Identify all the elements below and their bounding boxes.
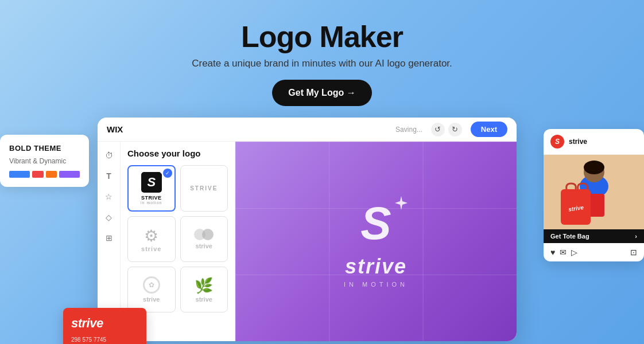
bold-theme-card: BOLD THEME Vibrant & Dynamic (0, 135, 89, 187)
get-tote-arrow: › (635, 233, 637, 240)
sidebar-shape-icon[interactable]: ◇ (101, 209, 117, 225)
logo-option-4-name: strive (196, 243, 212, 249)
logo-option-3[interactable]: ⚙ strive (127, 216, 176, 262)
get-tote-bar[interactable]: Get Tote Bag › (544, 229, 644, 243)
get-tote-label: Get Tote Bag (550, 233, 589, 240)
logo-option-2-text: STRIVE (190, 185, 218, 191)
undo-button[interactable]: ↺ (431, 123, 445, 136)
color-swatches (9, 171, 80, 178)
redo-button[interactable]: ↻ (448, 123, 462, 136)
comment-icon[interactable]: ✉ (560, 248, 567, 257)
social-handle: strive (569, 138, 587, 146)
swatch-purple[interactable] (59, 171, 80, 178)
canvas-s-letter: S (360, 197, 391, 250)
swatch-blue[interactable] (9, 171, 30, 178)
hero-section: Logo Maker Create a unique brand in minu… (0, 0, 644, 118)
logo-option-4[interactable]: strive (180, 216, 228, 262)
sidebar-star-icon[interactable]: ☆ (101, 189, 117, 205)
canvas-content: S strive in motion (344, 195, 408, 288)
social-card-header: S strive (544, 129, 644, 155)
editor-body: ⏱ T ☆ ◇ ⊞ Choose your logo ✓ S ✦ (98, 142, 517, 341)
social-media-card: S strive strive (544, 129, 644, 261)
canvas-star-svg (393, 195, 409, 211)
editor-topbar: WIX Saving... ↺ ↻ Next (98, 118, 517, 142)
social-logo-icon: S (550, 135, 564, 148)
logo-option-5[interactable]: ✿ strive (127, 267, 176, 312)
round-logo-icon: ✿ (143, 276, 160, 294)
selected-check: ✓ (163, 169, 172, 178)
hero-subtitle: Create a unique brand in minutes with ou… (0, 58, 644, 69)
canvas-tagline: in motion (344, 281, 408, 288)
logo-option-2[interactable]: STRIVE (180, 165, 228, 212)
logo-option-6-name: strive (196, 296, 212, 303)
editor-brand: WIX (107, 124, 123, 134)
canvas-logo: S (347, 195, 405, 252)
get-my-logo-button[interactable]: Get My Logo → (272, 80, 371, 106)
bookmark-icon[interactable]: ⊡ (630, 248, 637, 257)
editor-saving-status: Saving... (395, 126, 422, 134)
logo-option-3-name: strive (141, 245, 161, 252)
hero-header: Logo Maker Create a unique brand in minu… (0, 0, 644, 118)
business-card-logo: strive (71, 316, 138, 331)
gear-logo-icon: ⚙ (144, 226, 158, 245)
logo-star-icon: ✦ (160, 170, 164, 175)
sidebar-grid-icon[interactable]: ⊞ (101, 230, 117, 246)
logo-option-1[interactable]: ✓ S ✦ STRIVE in motion (127, 165, 176, 212)
logo-option-5-name: strive (143, 296, 160, 303)
swatch-red[interactable] (32, 171, 44, 178)
circle-logo (194, 229, 214, 240)
business-card: strive 298 575 7745 @Strive_motion (63, 308, 146, 344)
action-icons: ♥ ✉ ▷ (550, 248, 577, 257)
bold-theme-description: Vibrant & Dynamic (9, 157, 80, 165)
logo-options-grid: ✓ S ✦ STRIVE in motion (127, 165, 228, 312)
swatch-orange[interactable] (46, 171, 57, 178)
share-icon[interactable]: ▷ (571, 248, 577, 257)
bold-theme-label: BOLD THEME (9, 144, 80, 153)
social-image: strive (544, 155, 644, 229)
canvas-brand-name: strive (345, 255, 407, 279)
next-button[interactable]: Next (471, 122, 507, 137)
sidebar-text-icon[interactable]: T (101, 168, 117, 184)
panel-title: Choose your logo (127, 148, 228, 158)
heart-icon[interactable]: ♥ (550, 248, 555, 257)
editor-canvas: S strive in motion (235, 142, 517, 341)
logo-option-6[interactable]: 🌿 strive (180, 267, 228, 312)
editor-window: WIX Saving... ↺ ↻ Next ⏱ T ☆ ◇ ⊞ Choose … (98, 118, 517, 341)
logo-option-1-tagline: in motion (141, 201, 162, 205)
social-actions: ♥ ✉ ▷ ⊡ (544, 243, 644, 261)
sidebar-clock-icon[interactable]: ⏱ (101, 147, 117, 163)
svg-point-3 (584, 161, 604, 174)
business-card-phone: 298 575 7745 (71, 337, 138, 343)
leaf-logo-icon: 🌿 (195, 277, 213, 295)
ui-area: BOLD THEME Vibrant & Dynamic strive 298 … (0, 118, 644, 344)
logo-option-1-name: STRIVE (141, 195, 162, 201)
hero-title: Logo Maker (0, 21, 644, 53)
social-person-illustration: strive (544, 155, 644, 229)
logo-s-letter: S (147, 175, 156, 190)
